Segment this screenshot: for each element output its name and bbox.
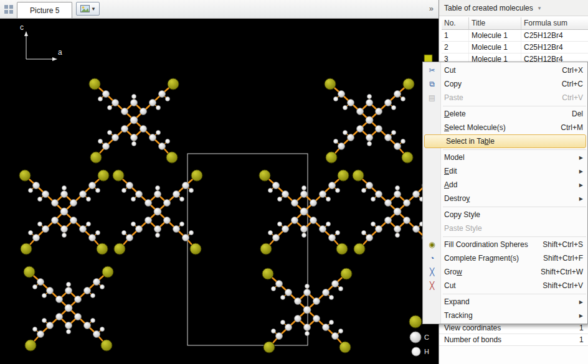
tab-overflow-button[interactable]: » xyxy=(429,4,434,13)
panel-menu-icon[interactable]: ▾ xyxy=(538,5,541,11)
menu-item-label: Paste xyxy=(444,93,463,102)
submenu-arrow-icon: ▶ xyxy=(579,182,583,188)
menu-item-copy[interactable]: ⧉CopyCtrl+C xyxy=(423,77,587,91)
legend-hydrogen-label: H xyxy=(424,348,429,355)
panel-header: Table of created molecules ▾ xyxy=(439,0,588,16)
menu-item-label: Paste Style xyxy=(444,224,482,233)
menu-item-label: Complete Fragment(s) xyxy=(444,254,519,263)
menu-item-label: Grow xyxy=(444,268,462,276)
context-menu: ✂CutCtrl+X⧉CopyCtrl+C▤PasteCtrl+VDeleteD… xyxy=(422,62,588,324)
menu-item-label: Cut xyxy=(444,281,456,290)
tab-picture-5[interactable]: Picture 5 xyxy=(17,2,72,18)
axis-c-arrow xyxy=(24,31,28,36)
properties-panel: View coordinates1Number of bonds1 xyxy=(439,322,588,346)
table-cell: C25H12Br4 xyxy=(521,30,587,41)
picture-icon xyxy=(80,5,90,12)
molecule[interactable] xyxy=(325,78,414,163)
menu-item-label: Cut xyxy=(444,66,456,75)
menu-shortcut: Shift+Ctrl+F xyxy=(543,254,583,263)
menu-item-paste: ▤PasteCtrl+V xyxy=(423,91,587,105)
structure-canvas[interactable]: c a C H xyxy=(0,19,439,364)
menu-item-delete[interactable]: DeleteDel xyxy=(423,107,587,121)
submenu-arrow-icon: ▶ xyxy=(579,196,583,202)
axis-a-label: a xyxy=(58,48,62,57)
menu-item-model[interactable]: Model▶ xyxy=(423,151,587,164)
legend-carbon-swatch[interactable] xyxy=(410,332,421,343)
table-header-row: No. Title Formula sum xyxy=(442,17,588,30)
menu-item-label: Select in Table xyxy=(446,137,495,146)
legend-hydrogen-swatch[interactable] xyxy=(412,347,420,356)
new-picture-button[interactable]: ▼ xyxy=(76,2,100,16)
pages-grid-icon[interactable] xyxy=(4,4,14,14)
menu-item-label: Add xyxy=(444,180,457,189)
molecule[interactable] xyxy=(19,170,109,254)
panel-title: Table of created molecules xyxy=(444,4,533,12)
menu-separator xyxy=(443,207,586,207)
chevron-down-icon: ▼ xyxy=(91,6,96,12)
axis-c-label: c xyxy=(20,23,24,32)
picture-tab-bar: Picture 5 ▼ » xyxy=(0,0,439,19)
menu-separator xyxy=(443,106,586,106)
submenu-arrow-icon: ▶ xyxy=(579,155,583,161)
cut-lattice-icon: ╳ xyxy=(423,281,441,290)
menu-item-edit[interactable]: Edit▶ xyxy=(423,164,587,178)
molecule[interactable] xyxy=(113,170,202,254)
menu-item-label: Select Molecule(s) xyxy=(444,123,506,132)
molecule[interactable] xyxy=(259,170,349,254)
table-cell: 1 xyxy=(442,30,469,41)
property-value: 1 xyxy=(579,335,588,344)
column-header-formula-sum[interactable]: Formula sum xyxy=(521,17,587,29)
menu-item-paste-style: Paste Style xyxy=(423,222,587,235)
submenu-arrow-icon: ▶ xyxy=(579,169,583,174)
table-row[interactable]: 2Molecule 1C25H12Br4 xyxy=(442,42,588,54)
menu-separator xyxy=(443,236,586,237)
menu-shortcut: Ctrl+C xyxy=(562,80,583,88)
menu-item-label: Fill Coordination Spheres xyxy=(444,240,528,249)
menu-shortcut: Ctrl+V xyxy=(562,93,583,102)
application-window: Picture 5 ▼ » xyxy=(0,0,588,364)
menu-item-label: Tracking xyxy=(444,311,473,320)
table-cell: C25H12Br4 xyxy=(521,42,587,53)
grow-icon: ╳ xyxy=(423,268,441,276)
molecule[interactable] xyxy=(262,268,352,353)
submenu-arrow-icon: ▶ xyxy=(579,313,583,319)
menu-item-destroy[interactable]: Destroy▶ xyxy=(423,192,587,205)
menu-item-expand[interactable]: Expand▶ xyxy=(423,295,587,309)
legend-bromine-swatch[interactable] xyxy=(409,315,422,328)
menu-item-tracking[interactable]: Tracking▶ xyxy=(423,309,587,322)
property-row[interactable]: Number of bonds1 xyxy=(439,334,588,346)
table-body: 1Molecule 1C25H12Br42Molecule 1C25H12Br4… xyxy=(442,30,588,65)
clipboard-icon: ▤ xyxy=(423,93,441,102)
menu-item-label: Model xyxy=(444,153,465,162)
menu-item-add[interactable]: Add▶ xyxy=(423,178,587,192)
axis-a-arrow xyxy=(52,57,57,61)
molecule[interactable] xyxy=(24,266,113,351)
menu-item-grow[interactable]: ╳GrowShift+Ctrl+W xyxy=(423,265,587,279)
sphere-icon: ◉ xyxy=(423,240,441,249)
submenu-arrow-icon: ▶ xyxy=(579,299,583,305)
menu-item-label: Delete xyxy=(444,110,466,118)
table-cell: Molecule 1 xyxy=(469,30,521,41)
menu-item-copy-style[interactable]: Copy Style xyxy=(423,208,587,222)
menu-item-cut[interactable]: ╳CutShift+Ctrl+V xyxy=(423,279,587,292)
menu-item-fill-coordination-spheres[interactable]: ◉Fill Coordination SpheresShift+Ctrl+S xyxy=(423,238,587,251)
menu-item-select-molecule-s[interactable]: Select Molecule(s)Ctrl+M xyxy=(423,121,587,134)
molecule[interactable] xyxy=(89,78,179,163)
table-row[interactable]: 1Molecule 1C25H12Br4 xyxy=(442,30,588,42)
property-label: View coordinates xyxy=(439,324,579,332)
legend-carbon-label: C xyxy=(424,334,429,341)
menu-shortcut: Shift+Ctrl+V xyxy=(543,281,583,290)
table-cell: 2 xyxy=(442,42,469,53)
column-header-no[interactable]: No. xyxy=(442,17,469,29)
menu-shortcut: Shift+Ctrl+W xyxy=(541,268,583,276)
menu-item-select-in-table[interactable]: Select in Table xyxy=(424,134,586,148)
property-label: Number of bonds xyxy=(439,335,579,344)
column-header-title[interactable]: Title xyxy=(469,17,521,29)
menu-item-label: Edit xyxy=(444,167,457,175)
menu-item-complete-fragment-s[interactable]: ◔Complete Fragment(s)Shift+Ctrl+F xyxy=(423,251,587,265)
copy-icon: ⧉ xyxy=(423,80,441,88)
menu-item-cut[interactable]: ✂CutCtrl+X xyxy=(423,63,587,77)
molecule-table: No. Title Formula sum 1Molecule 1C25H12B… xyxy=(442,17,588,65)
tab-label: Picture 5 xyxy=(30,6,59,15)
scissors-icon: ✂ xyxy=(423,66,441,75)
